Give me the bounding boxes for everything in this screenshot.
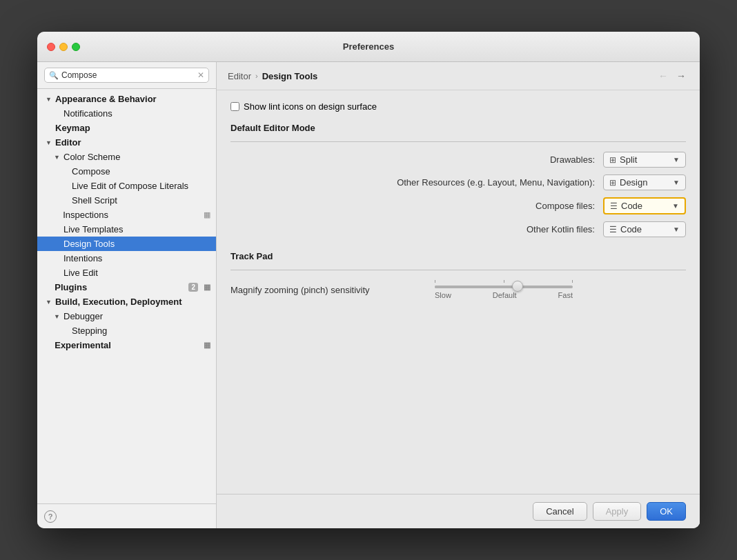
- other-kotlin-dropdown-text: ☰ Code: [609, 224, 642, 234]
- sidebar-item-label: Plugins: [55, 282, 87, 292]
- forward-button[interactable]: →: [674, 69, 689, 83]
- caret-icon: ▼: [54, 154, 63, 161]
- minimize-button[interactable]: [59, 43, 68, 51]
- other-kotlin-dropdown-wrap: ☰ Code ▼: [603, 221, 686, 237]
- sidebar-item-experimental[interactable]: Experimental ▦: [37, 338, 216, 352]
- sidebar-item-label: Live Templates: [63, 224, 123, 234]
- sidebar-item-label: Editor: [55, 137, 81, 148]
- drawables-dropdown-text: ⊞ Split: [609, 154, 637, 165]
- other-resources-dropdown-wrap: ⊞ Design ▼: [603, 174, 686, 190]
- ok-button[interactable]: OK: [647, 502, 686, 521]
- sidebar-item-color-scheme[interactable]: ▼ Color Scheme: [37, 150, 216, 164]
- other-kotlin-chevron-icon: ▼: [673, 226, 680, 233]
- sidebar-item-stepping[interactable]: Stepping: [37, 323, 216, 338]
- cancel-button[interactable]: Cancel: [533, 502, 587, 521]
- search-box: 🔍 ✕: [37, 62, 216, 89]
- caret-icon: ▼: [46, 96, 55, 103]
- sidebar-item-label: Compose: [72, 166, 110, 177]
- tick-default: [504, 280, 504, 283]
- drawables-dropdown-wrap: ⊞ Split ▼: [603, 152, 686, 168]
- sidebar-item-intentions[interactable]: Intentions: [37, 251, 216, 266]
- main-panel: Editor › Design Tools ← → Show lint icon…: [217, 62, 700, 528]
- sidebar-item-label: Live Edit: [63, 268, 98, 278]
- other-resources-dropdown-text: ⊞ Design: [609, 177, 647, 188]
- caret-icon: ▼: [46, 299, 55, 306]
- sidebar-item-notifications[interactable]: Notifications: [37, 106, 216, 121]
- sidebar-item-label: Stepping: [72, 326, 107, 336]
- compose-files-chevron-icon: ▼: [672, 202, 679, 210]
- breadcrumb-bar: Editor › Design Tools ← →: [217, 62, 700, 90]
- sidebar-item-label: Notifications: [63, 108, 112, 119]
- magnify-label: Magnify zooming (pinch) sensitivity: [230, 285, 424, 295]
- sidebar-item-debugger[interactable]: ▼ Debugger: [37, 309, 216, 323]
- sidebar-item-live-edit[interactable]: Live Edit: [37, 266, 216, 280]
- sidebar-item-label: Inspections: [63, 210, 108, 220]
- sidebar-item-label: Keymap: [55, 123, 90, 133]
- experimental-row: Experimental ▦: [55, 340, 210, 350]
- sidebar-item-keymap[interactable]: Keymap: [37, 121, 216, 135]
- sidebar: 🔍 ✕ ▼ Appearance & Behavior Notification…: [37, 62, 217, 528]
- sidebar-item-design-tools[interactable]: Design Tools: [37, 237, 216, 251]
- close-button[interactable]: [47, 43, 55, 51]
- sidebar-item-label: Color Scheme: [63, 152, 120, 162]
- drawables-dropdown[interactable]: ⊞ Split ▼: [603, 152, 686, 168]
- trackpad-section-label: Track Pad: [230, 251, 686, 261]
- slider-labels: Slow Default Fast: [435, 291, 573, 299]
- settings-icon: ▦: [204, 283, 210, 292]
- compose-files-dropdown-text: ☰ Code: [610, 201, 642, 211]
- slider-thumb[interactable]: [512, 281, 523, 292]
- sidebar-item-label: Appearance & Behavior: [55, 94, 157, 104]
- search-input[interactable]: [61, 70, 195, 80]
- drawables-label: Drawables:: [230, 154, 595, 165]
- label-default: Default: [493, 291, 517, 299]
- editor-mode-form: Drawables: ⊞ Split ▼ Other Res: [230, 152, 686, 237]
- drawables-dd-icon: ⊞: [609, 155, 616, 165]
- sidebar-item-label: Live Edit of Compose Literals: [72, 181, 188, 191]
- default-editor-mode-label: Default Editor Mode: [230, 123, 686, 133]
- sidebar-item-plugins[interactable]: Plugins 2 ▦: [37, 280, 216, 294]
- sidebar-item-appearance-behavior[interactable]: ▼ Appearance & Behavior: [37, 92, 216, 106]
- sidebar-item-label: Build, Execution, Deployment: [55, 297, 181, 307]
- slider-track[interactable]: [435, 286, 573, 288]
- window-title: Preferences: [343, 41, 394, 52]
- drawables-chevron-icon: ▼: [673, 156, 680, 163]
- search-icon: 🔍: [49, 71, 59, 80]
- sidebar-item-live-templates[interactable]: Live Templates: [37, 222, 216, 237]
- help-button[interactable]: ?: [44, 510, 57, 523]
- other-resources-dropdown[interactable]: ⊞ Design ▼: [603, 174, 686, 190]
- lint-checkbox-row: Show lint icons on design surface: [230, 101, 686, 112]
- titlebar: Preferences: [37, 32, 700, 62]
- caret-icon: ▼: [54, 313, 63, 320]
- compose-files-dd-icon: ☰: [610, 201, 618, 211]
- sidebar-item-live-edit-compose[interactable]: Live Edit of Compose Literals: [37, 179, 216, 193]
- other-kotlin-label: Other Kotlin files:: [230, 224, 595, 234]
- compose-files-dropdown[interactable]: ☰ Code ▼: [603, 197, 686, 214]
- tick-fast: [572, 280, 573, 283]
- other-resources-label: Other Resources (e.g. Layout, Menu, Navi…: [230, 177, 595, 188]
- sidebar-item-label: Design Tools: [63, 239, 115, 249]
- other-resources-dd-icon: ⊞: [609, 178, 616, 188]
- apply-button[interactable]: Apply: [593, 502, 642, 521]
- settings-icon: ▦: [204, 210, 210, 219]
- sidebar-item-build-execution[interactable]: ▼ Build, Execution, Deployment: [37, 294, 216, 309]
- sidebar-item-label: Debugger: [63, 311, 103, 321]
- sidebar-item-label: Experimental: [55, 340, 111, 350]
- label-slow: Slow: [435, 291, 451, 299]
- breadcrumb-current: Design Tools: [262, 71, 318, 81]
- sidebar-item-inspections[interactable]: Inspections ▦: [37, 208, 216, 222]
- sidebar-item-editor[interactable]: ▼ Editor: [37, 135, 216, 150]
- sidebar-item-shell-script[interactable]: Shell Script: [37, 193, 216, 208]
- back-button[interactable]: ←: [656, 69, 671, 83]
- tick-slow: [435, 280, 435, 283]
- traffic-lights: [47, 43, 80, 51]
- clear-search-button[interactable]: ✕: [197, 71, 204, 79]
- sidebar-item-label: Intentions: [63, 253, 102, 263]
- sidebar-item-compose[interactable]: Compose: [37, 164, 216, 179]
- other-kotlin-dropdown[interactable]: ☰ Code ▼: [603, 221, 686, 237]
- lint-checkbox[interactable]: [230, 102, 239, 111]
- separator: [230, 141, 686, 142]
- maximize-button[interactable]: [72, 43, 80, 51]
- label-fast: Fast: [558, 291, 573, 299]
- plugins-badge: 2: [188, 283, 198, 292]
- caret-icon: ▼: [46, 139, 55, 146]
